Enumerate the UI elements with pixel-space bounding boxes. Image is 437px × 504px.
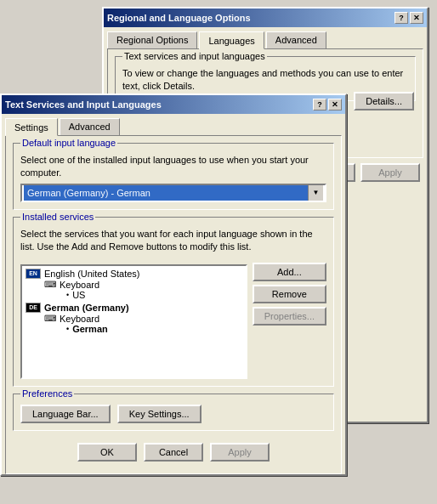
preferences-label: Preferences bbox=[20, 388, 74, 399]
tab-languages[interactable]: Languages bbox=[199, 31, 264, 49]
service-entry-de: DE German (Germany) ⌨ Keyboard • German bbox=[24, 302, 244, 334]
service-lang-en: EN English (United States) bbox=[24, 268, 244, 280]
en-us-item: • US bbox=[24, 290, 244, 300]
bg-tab-bar: Regional Options Languages Advanced bbox=[104, 27, 427, 48]
default-input-label: Default input language bbox=[20, 138, 117, 148]
service-entry-en: EN English (United States) ⌨ Keyboard • … bbox=[24, 268, 244, 300]
tab-advanced-fg[interactable]: Advanced bbox=[60, 118, 120, 136]
properties-button[interactable]: Properties... bbox=[253, 307, 326, 326]
tab-regional-options[interactable]: Regional Options bbox=[107, 31, 197, 49]
de-keyboard-label: Keyboard bbox=[60, 314, 99, 324]
bg-close-button[interactable]: ✕ bbox=[410, 12, 423, 24]
fg-window-title: Text Services and Input Languages bbox=[5, 99, 162, 110]
service-lang-de: DE German (Germany) bbox=[24, 302, 244, 314]
en-keyboard-icon: ⌨ bbox=[44, 280, 56, 289]
select-arrow-icon[interactable]: ▼ bbox=[308, 185, 323, 201]
de-keyboard-row: ⌨ Keyboard bbox=[24, 314, 244, 324]
fg-ok-button[interactable]: OK bbox=[77, 443, 137, 462]
de-lang-name: German (Germany) bbox=[44, 303, 129, 313]
en-flag: EN bbox=[26, 269, 41, 279]
text-group-label: Text services and input languages bbox=[122, 51, 267, 61]
details-button[interactable]: Details... bbox=[354, 92, 414, 110]
fg-close-button[interactable]: ✕ bbox=[328, 99, 342, 110]
fg-title-bar: Text Services and Input Languages ? ✕ bbox=[2, 95, 345, 114]
selected-language-text: German (Germany) - German bbox=[24, 185, 308, 201]
fg-title-buttons: ? ✕ bbox=[313, 99, 342, 110]
add-button[interactable]: Add... bbox=[253, 263, 326, 281]
language-bar-button[interactable]: Language Bar... bbox=[20, 405, 111, 423]
en-us-label: US bbox=[72, 290, 85, 300]
de-keyboard-icon: ⌨ bbox=[44, 314, 56, 323]
key-settings-button[interactable]: Key Settings... bbox=[117, 405, 201, 423]
de-german-bullet: • bbox=[66, 325, 69, 333]
pref-buttons: Language Bar... Key Settings... bbox=[20, 405, 326, 423]
de-german-item: • German bbox=[24, 324, 244, 334]
bg-title-buttons: ? ✕ bbox=[394, 12, 423, 24]
tab-advanced-bg[interactable]: Advanced bbox=[266, 31, 326, 49]
default-input-group: Default input language Select one of the… bbox=[13, 143, 334, 210]
bg-title-bar: Regional and Language Options ? ✕ bbox=[104, 8, 427, 27]
bg-apply-button[interactable]: Apply bbox=[360, 163, 420, 182]
fg-cancel-button[interactable]: Cancel bbox=[144, 443, 203, 462]
fg-help-button[interactable]: ? bbox=[313, 99, 326, 110]
installed-services-desc: Select the services that you want for ea… bbox=[20, 228, 326, 254]
installed-services-group: Installed services Select the services t… bbox=[13, 217, 334, 387]
fg-apply-button[interactable]: Apply bbox=[210, 443, 270, 462]
en-lang-name: English (United States) bbox=[44, 269, 140, 279]
bg-help-button[interactable]: ? bbox=[394, 12, 408, 24]
fg-tab-bar: Settings Advanced bbox=[2, 114, 345, 135]
tab-settings[interactable]: Settings bbox=[5, 118, 58, 136]
de-german-label: German bbox=[72, 324, 108, 334]
text-group-body: To view or change the languages and meth… bbox=[122, 67, 408, 93]
preferences-group: Preferences Language Bar... Key Settings… bbox=[13, 394, 334, 431]
de-flag: DE bbox=[26, 303, 41, 313]
remove-button[interactable]: Remove bbox=[253, 285, 326, 303]
fg-bottom-buttons: OK Cancel Apply bbox=[13, 438, 334, 467]
en-us-bullet: • bbox=[66, 291, 69, 299]
en-keyboard-row: ⌨ Keyboard bbox=[24, 280, 244, 290]
installed-services-label: Installed services bbox=[20, 212, 95, 222]
en-keyboard-label: Keyboard bbox=[60, 280, 99, 290]
text-services-window: Text Services and Input Languages ? ✕ Se… bbox=[0, 93, 347, 476]
services-list[interactable]: EN English (United States) ⌨ Keyboard • … bbox=[20, 264, 247, 379]
default-input-desc: Select one of the installed input langua… bbox=[20, 154, 326, 180]
fg-tab-content: Default input language Select one of the… bbox=[5, 135, 342, 474]
language-select[interactable]: German (Germany) - German ▼ bbox=[20, 184, 326, 202]
bg-window-title: Regional and Language Options bbox=[107, 13, 251, 23]
